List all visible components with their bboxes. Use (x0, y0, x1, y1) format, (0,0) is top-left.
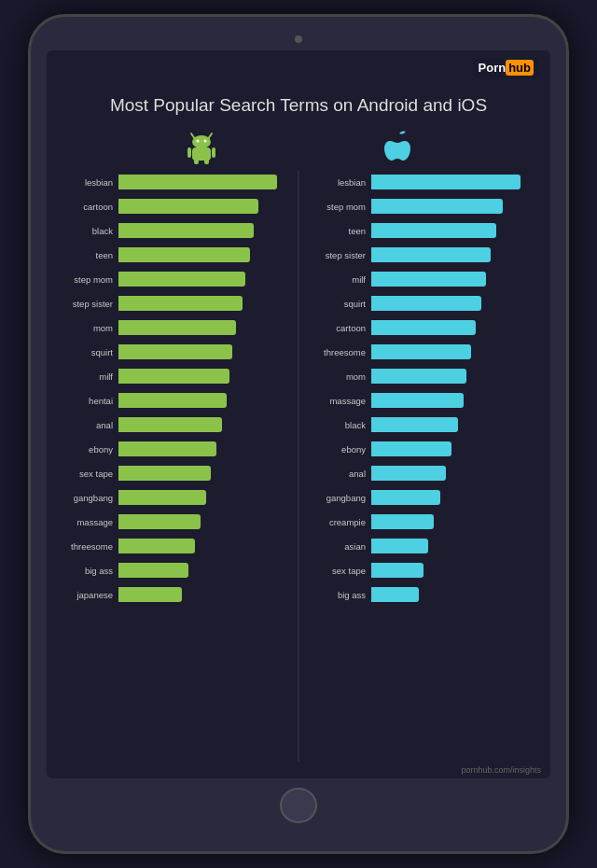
ios-bar-row: asian (306, 535, 536, 557)
android-bar-label: cartoon (61, 202, 117, 212)
ios-bar-label: cartoon (306, 323, 369, 333)
android-bar-container (117, 319, 291, 336)
ios-bar-row: massage (306, 389, 536, 412)
ios-bar-row: lesbian (306, 171, 536, 193)
android-bar-container (117, 465, 291, 482)
android-bar-row: black (61, 219, 291, 242)
android-bar-label: ebony (61, 444, 117, 455)
ios-bar (371, 539, 428, 553)
ios-bar-label: black (306, 420, 369, 430)
android-bar-row: squirt (61, 341, 291, 363)
android-bar (118, 441, 216, 456)
ios-bar-container (369, 343, 536, 360)
android-bar (118, 247, 250, 262)
android-bar (118, 466, 211, 481)
android-icon (185, 130, 218, 165)
ios-bar-label: ebony (306, 444, 369, 455)
ios-bar-label: milf (306, 274, 369, 285)
ios-bar-row: mom (306, 365, 536, 387)
ios-bar-container (369, 295, 536, 312)
ios-bar (371, 466, 446, 481)
ios-bar-row: creampie (306, 511, 536, 533)
ios-bar (371, 441, 451, 456)
ios-bar (371, 272, 486, 287)
ios-bar-label: anal (306, 469, 369, 479)
ios-bar-container (369, 319, 536, 336)
ios-bar-label: step mom (306, 202, 369, 212)
ios-bar-row: big ass (306, 583, 536, 606)
platform-icons-row (47, 124, 550, 171)
svg-rect-6 (187, 147, 191, 158)
android-bar (118, 369, 229, 384)
ios-bar (371, 417, 458, 432)
android-bar-row: anal (61, 413, 291, 436)
android-bar-label: lesbian (61, 177, 117, 188)
android-bar-row: massage (61, 511, 291, 533)
android-bar-container (117, 198, 291, 215)
android-bar (118, 563, 188, 578)
ios-bar (371, 369, 466, 384)
android-bar (118, 393, 227, 408)
ios-bar-row: step mom (306, 195, 536, 217)
android-bar-label: gangbang (61, 493, 117, 503)
ios-bar (371, 344, 471, 359)
ios-bar-label: big ass (306, 590, 369, 600)
android-bar (118, 320, 236, 335)
android-bar-container (117, 416, 291, 433)
svg-point-4 (204, 140, 207, 143)
android-bar-container (117, 174, 291, 190)
ios-bar-container (369, 271, 536, 287)
ios-bar (371, 514, 434, 529)
android-bar (118, 199, 258, 214)
ios-bar-row: threesome (306, 341, 536, 363)
android-bar-container (117, 246, 291, 263)
ios-bar-container (369, 489, 536, 506)
android-bar-row: ebony (61, 438, 291, 460)
ios-bar-row: sex tape (306, 559, 536, 581)
ios-bar-container (369, 562, 536, 579)
ios-bar-label: creampie (306, 517, 369, 527)
tablet-home-button[interactable] (280, 788, 317, 823)
ios-bar-row: gangbang (306, 486, 536, 509)
ios-bar-label: sex tape (306, 566, 369, 576)
ios-chart: lesbianstep momteenstep sistermilfsquirt… (301, 171, 541, 761)
chart-area: lesbiancartoonblackteenstep momstep sist… (47, 171, 550, 761)
ios-bar-row: step sister (306, 244, 536, 266)
android-bar-container (117, 295, 291, 312)
apple-platform-icon (382, 130, 412, 165)
logo-hub: hub (506, 60, 534, 76)
android-bar-row: milf (61, 365, 291, 387)
page-title: Most Popular Search Terms on Android and… (65, 94, 532, 118)
android-bar-label: step sister (61, 299, 117, 309)
android-bar (118, 587, 182, 602)
svg-rect-8 (194, 159, 199, 164)
svg-rect-9 (204, 159, 209, 164)
android-bar-row: cartoon (61, 195, 291, 217)
svg-point-2 (192, 135, 211, 148)
ios-bar-row: cartoon (306, 316, 536, 339)
ios-bar (371, 199, 503, 214)
ios-bar-container (369, 465, 536, 482)
android-bar-container (117, 538, 291, 554)
android-bar-container (117, 271, 291, 287)
android-bar-container (117, 441, 291, 457)
title-section: Most Popular Search Terms on Android and… (47, 85, 550, 125)
svg-point-3 (197, 140, 200, 143)
android-bar-row: big ass (61, 559, 291, 581)
ios-bar-label: gangbang (306, 493, 369, 503)
android-bar-label: big ass (61, 566, 117, 576)
android-bar-row: lesbian (61, 171, 291, 193)
ios-bar (371, 563, 423, 578)
ios-bar-label: lesbian (306, 177, 369, 188)
android-bar (118, 514, 201, 529)
ios-bar-label: asian (306, 541, 369, 552)
android-bar-container (117, 513, 291, 530)
ios-bar-row: milf (306, 268, 536, 290)
android-bar-label: mom (61, 323, 117, 333)
ios-bar (371, 393, 464, 408)
android-bar-container (117, 368, 291, 385)
android-bar-row: teen (61, 244, 291, 266)
android-bar-row: step mom (61, 268, 291, 290)
android-bar-container (117, 562, 291, 579)
tablet-frame: Pornhub Most Popular Search Terms on And… (28, 14, 569, 854)
